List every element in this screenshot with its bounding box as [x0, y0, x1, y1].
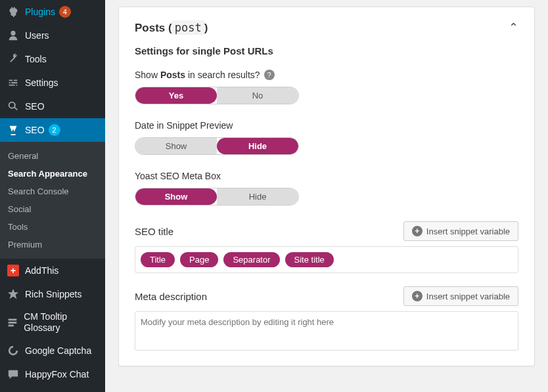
- menu-google-captcha[interactable]: re Google Captcha: [0, 339, 105, 362]
- toggle-show[interactable]: Show: [135, 188, 217, 205]
- wrench-icon: [7, 53, 20, 66]
- field-label: Meta description: [135, 291, 207, 302]
- setting-date-preview: Date in Snippet Preview Show Hide: [135, 120, 518, 155]
- toggle-meta-box: Show Hide: [135, 188, 299, 206]
- var-pill[interactable]: Separator: [223, 252, 279, 267]
- submenu-premium[interactable]: Premium: [0, 236, 105, 253]
- glossary-icon: [7, 316, 18, 329]
- menu-label: Rich Snippets: [25, 289, 81, 299]
- menu-label: CM Tooltip Glossary: [24, 311, 99, 334]
- star-icon: [7, 288, 20, 301]
- setting-label: Show Posts in search results? ?: [135, 70, 518, 80]
- menu-label: Tools: [25, 54, 47, 64]
- submenu-tools[interactable]: Tools: [0, 218, 105, 236]
- seo-submenu: General Search Appearance Search Console…: [0, 142, 105, 259]
- update-badge: 4: [59, 6, 71, 18]
- search-icon: [7, 100, 20, 113]
- plus-box-icon: +: [7, 264, 20, 277]
- sliders-icon: [7, 76, 20, 89]
- panel-header: Posts (post) ⌃: [135, 20, 518, 35]
- toggle-show-in-search: Yes No: [135, 87, 299, 104]
- menu-label: HappyFox Chat: [25, 369, 89, 380]
- submenu-search-console[interactable]: Search Console: [0, 183, 105, 200]
- setting-show-in-search: Show Posts in search results? ? Yes No: [135, 70, 518, 104]
- menu-users[interactable]: Users: [0, 24, 105, 47]
- menu-rich-snippets[interactable]: Rich Snippets: [0, 282, 105, 306]
- menu-label: AddThis: [25, 265, 58, 276]
- insert-snippet-button[interactable]: + Insert snippet variable: [403, 221, 518, 241]
- user-icon: [7, 29, 20, 42]
- menu-addthis[interactable]: + AddThis: [0, 259, 105, 282]
- menu-plugins[interactable]: Plugins 4: [0, 0, 105, 24]
- submenu-general[interactable]: General: [0, 147, 105, 165]
- menu-label: SEO: [25, 125, 45, 135]
- help-icon[interactable]: ?: [264, 70, 275, 80]
- var-pill[interactable]: Site title: [285, 252, 334, 267]
- setting-meta-box: Yoast SEO Meta Box Show Hide: [135, 171, 518, 206]
- toggle-yes[interactable]: Yes: [135, 87, 217, 104]
- post-type-code: post: [172, 20, 204, 35]
- submenu-social[interactable]: Social: [0, 200, 105, 218]
- plus-circle-icon: +: [412, 291, 422, 301]
- seo-title-field: SEO title + Insert snippet variable Titl…: [135, 221, 518, 273]
- menu-yoast-seo[interactable]: SEO 2: [0, 118, 105, 142]
- toggle-no[interactable]: No: [217, 87, 298, 104]
- menu-label: Plugins: [25, 7, 55, 17]
- menu-happyfox[interactable]: HappyFox Chat: [0, 362, 105, 386]
- meta-description-input[interactable]: [135, 311, 518, 351]
- main-content: Posts (post) ⌃ Settings for single Post …: [105, 0, 548, 392]
- menu-label: Settings: [25, 77, 58, 88]
- seo-title-input[interactable]: Title Page Separator Site title: [135, 246, 518, 273]
- collapse-icon[interactable]: ⌃: [509, 20, 518, 35]
- var-pill[interactable]: Title: [141, 252, 175, 267]
- menu-seo-search[interactable]: SEO: [0, 95, 105, 118]
- insert-snippet-button[interactable]: + Insert snippet variable: [403, 286, 518, 306]
- setting-label: Date in Snippet Preview: [135, 120, 518, 131]
- plug-icon: [7, 5, 20, 18]
- menu-cm-tooltip[interactable]: CM Tooltip Glossary: [0, 306, 105, 339]
- submenu-search-appearance[interactable]: Search Appearance: [0, 165, 105, 183]
- toggle-hide[interactable]: Hide: [217, 138, 298, 154]
- notification-badge: 2: [49, 124, 60, 136]
- menu-label: Google Captcha: [25, 345, 91, 356]
- chat-icon: [7, 368, 20, 381]
- plus-circle-icon: +: [412, 226, 422, 236]
- toggle-date-preview: Show Hide: [135, 137, 299, 155]
- toggle-show[interactable]: Show: [135, 138, 217, 154]
- menu-label: Users: [25, 30, 49, 41]
- panel-subtitle: Settings for single Post URLs: [135, 45, 518, 56]
- menu-label: SEO: [25, 101, 45, 112]
- setting-label: Yoast SEO Meta Box: [135, 171, 518, 181]
- recaptcha-icon: re: [7, 344, 20, 357]
- toggle-hide[interactable]: Hide: [217, 188, 298, 205]
- var-pill[interactable]: Page: [180, 252, 218, 267]
- yoast-icon: [7, 123, 20, 137]
- svg-text:re: re: [11, 348, 15, 353]
- field-label: SEO title: [135, 226, 173, 237]
- menu-settings[interactable]: Settings: [0, 71, 105, 95]
- menu-tools[interactable]: Tools: [0, 47, 105, 71]
- admin-sidebar: Plugins 4 Users Tools Settings SEO SEO 2…: [0, 0, 105, 392]
- posts-panel: Posts (post) ⌃ Settings for single Post …: [118, 7, 535, 366]
- meta-description-field: Meta description + Insert snippet variab…: [135, 286, 518, 353]
- panel-title: Posts (post): [135, 21, 208, 35]
